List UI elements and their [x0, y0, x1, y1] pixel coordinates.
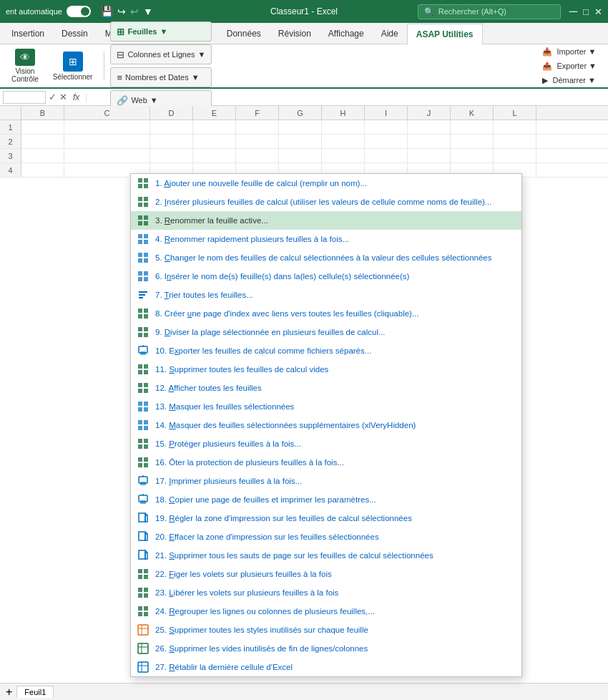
menu-item-text-24: 24. Regrouper les lignes ou colonnes de … [155, 607, 516, 616]
fx-label: fx [73, 92, 79, 102]
menu-item-10[interactable]: 10. Exporter les feuilles de calcul comm… [131, 341, 521, 360]
menu-item-9[interactable]: 9. Diviser la plage sélectionnée en plus… [131, 323, 521, 341]
cell-k1[interactable] [451, 120, 494, 134]
title-bar: ent automatique 💾 ↪ ↩ ▼ Classeur1 - Exce… [0, 0, 608, 23]
clear-print-icon [137, 530, 149, 543]
add-sheet-btn[interactable]: + [3, 686, 15, 699]
svg-rect-5 [144, 197, 148, 201]
grid-rename-icon [137, 214, 149, 227]
cell-c1[interactable] [64, 120, 150, 134]
toggle-switch[interactable] [67, 6, 91, 17]
menu-item-3[interactable]: 3. Renommer la feuille active... [131, 211, 521, 230]
svg-rect-38 [138, 364, 142, 369]
selectionner-btn[interactable]: ⊞ Sélectionner [47, 46, 99, 86]
tab-affichage[interactable]: Affichage [320, 23, 373, 44]
menu-item-4[interactable]: 4. Renommer rapidement plusieurs feuille… [131, 230, 521, 248]
demarrer-btn[interactable]: ▶ Démarrer ▼ [536, 74, 602, 87]
menu-item-6[interactable]: 6. Insérer le nom de(s) feuille(s) dans … [131, 267, 521, 286]
cell-b2[interactable] [21, 135, 64, 148]
svg-rect-12 [138, 234, 142, 238]
redo-arrow[interactable]: ↩ [130, 6, 139, 17]
menu-item-12[interactable]: 12. Afficher toutes les feuilles [131, 379, 521, 397]
menu-item-7[interactable]: 7. Trier toutes les feuilles... [131, 286, 521, 304]
menu-item-2[interactable]: 2. Insérer plusieurs feuilles de calcul … [131, 193, 521, 211]
tab-revision[interactable]: Révision [270, 23, 320, 44]
cell-h1[interactable] [322, 120, 365, 134]
menu-item-23[interactable]: 23. Libérer les volets sur plusieurs feu… [131, 583, 521, 602]
colonnes-lignes-dropdown-btn[interactable]: ⊟ Colonnes et Lignes ▼ [110, 44, 212, 64]
nombres-dates-dropdown-btn[interactable]: ≡ Nombres et Dates ▼ [110, 67, 212, 87]
menu-item-27[interactable]: 27. Rétablir la dernière cellule d'Excel [131, 658, 521, 676]
menu-item-13[interactable]: 13. Masquer les feuilles sélectionnées [131, 397, 521, 416]
menu-item-text-16: 16. Ôter la protection de plusieurs feui… [155, 458, 516, 467]
col-header-l: L [494, 106, 536, 120]
search-box[interactable]: 🔍 Rechercher (Alt+Q) [418, 4, 561, 19]
cell-i1[interactable] [365, 120, 408, 134]
cell-j1[interactable] [408, 120, 451, 134]
menu-item-text-21: 21. Supprimer tous les sauts de page sur… [155, 551, 516, 560]
menu-item-20[interactable]: 20. Effacer la zone d'impression sur les… [131, 528, 521, 546]
menu-item-25[interactable]: 25. Supprimer toutes les styles inutilis… [131, 621, 521, 639]
menu-item-11[interactable]: 11. Supprimer toutes les feuilles de cal… [131, 360, 521, 379]
svg-rect-14 [138, 240, 142, 244]
svg-rect-49 [144, 407, 148, 412]
save-icon[interactable]: 💾 [101, 6, 113, 17]
svg-rect-1 [144, 178, 148, 183]
feuilles-icon: ⊞ [117, 26, 124, 37]
tab-donnees[interactable]: Données [218, 23, 270, 44]
tab-dessin[interactable]: Dessin [53, 23, 97, 44]
undo-arrow[interactable]: ↪ [117, 6, 126, 17]
menu-item-15[interactable]: 15. Protéger plusieurs feuilles à la foi… [131, 434, 521, 453]
window-maximize[interactable]: □ [583, 6, 589, 17]
importer-btn[interactable]: 📥 Importer ▼ [536, 46, 602, 58]
svg-rect-92 [138, 643, 148, 653]
menu-item-22[interactable]: 22. Figer les volets sur plusieurs feuil… [131, 565, 521, 583]
menu-item-19[interactable]: 19. Régler la zone d'impression sur les … [131, 509, 521, 528]
cell-d2[interactable] [150, 135, 193, 148]
hide-sheet-icon [137, 400, 149, 413]
web-chevron: ▼ [150, 96, 158, 104]
svg-rect-53 [144, 426, 148, 430]
menu-item-16[interactable]: 16. Ôter la protection de plusieurs feui… [131, 453, 521, 472]
menu-item-18[interactable]: 18. Copier une page de feuilles et impri… [131, 490, 521, 509]
menu-item-21[interactable]: 21. Supprimer tous les sauts de page sur… [131, 546, 521, 565]
cell-b1[interactable] [21, 120, 64, 134]
menu-item-26[interactable]: 26. Supprimer les vides inutilisés de fi… [131, 639, 521, 658]
menu-item-8[interactable]: 8. Créer une page d'index avec liens ver… [131, 304, 521, 323]
svg-rect-47 [144, 402, 148, 406]
svg-rect-27 [138, 308, 142, 313]
customize-icon[interactable]: ▼ [143, 6, 153, 17]
importer-icon: 📥 [542, 47, 552, 57]
colonnes-icon: ⊟ [117, 49, 124, 60]
cell-l1[interactable] [494, 120, 536, 134]
svg-rect-70 [145, 515, 147, 522]
menu-item-text-14: 14. Masquer des feuilles sélectionnées s… [155, 421, 516, 429]
svg-rect-88 [144, 612, 148, 616]
cell-d1[interactable] [150, 120, 193, 134]
name-box[interactable] [3, 91, 46, 104]
cell-c2[interactable] [64, 135, 150, 148]
sheet-tab-1[interactable]: Feuil1 [16, 686, 54, 698]
tab-asap[interactable]: ASAP Utilities [407, 24, 483, 44]
tab-aide[interactable]: Aide [373, 23, 407, 44]
menu-item-5[interactable]: 5. Changer le nom des feuilles de calcul… [131, 248, 521, 267]
cell-g1[interactable] [279, 120, 322, 134]
exporter-label: Exporter ▼ [556, 62, 597, 70]
menu-item-24[interactable]: 24. Regrouper les lignes ou colonnes de … [131, 602, 521, 621]
menu-item-14[interactable]: 14. Masquer des feuilles sélectionnées s… [131, 416, 521, 434]
menu-item-text-13: 13. Masquer les feuilles sélectionnées [155, 402, 516, 411]
window-close[interactable]: ✕ [594, 6, 602, 17]
nombres-chevron: ▼ [192, 73, 200, 82]
vision-controle-btn[interactable]: 👁 VisionContrôle [6, 46, 44, 86]
cell-f1[interactable] [236, 120, 279, 134]
menu-item-17[interactable]: 17. Imprimer plusieurs feuilles à la foi… [131, 472, 521, 490]
cell-e1[interactable] [193, 120, 236, 134]
exporter-btn[interactable]: 📤 Exporter ▼ [536, 60, 602, 72]
window-minimize[interactable]: ─ [569, 5, 577, 18]
feuilles-dropdown-menu: 1. Ajouter une nouvelle feuille de calcu… [130, 173, 522, 677]
feuilles-dropdown-btn[interactable]: ⊞ Feuilles ▼ [110, 21, 212, 42]
edit-sheet-icon [137, 233, 149, 246]
tab-insertion[interactable]: Insertion [3, 23, 53, 44]
menu-item-1[interactable]: 1. Ajouter une nouvelle feuille de calcu… [131, 174, 521, 193]
vision-controle-label: VisionContrôle [11, 67, 39, 83]
